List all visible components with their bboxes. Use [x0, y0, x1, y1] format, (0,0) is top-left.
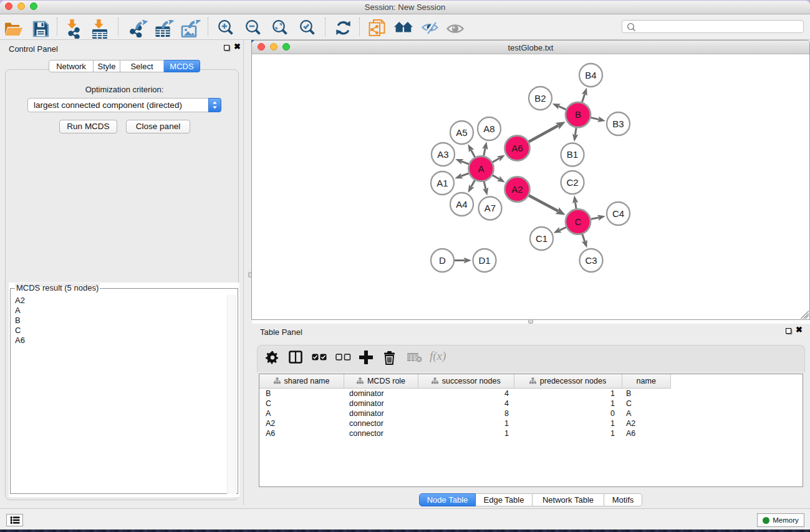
svg-text:A: A: [478, 163, 484, 174]
svg-text:D1: D1: [478, 255, 490, 266]
svg-text:A6: A6: [511, 143, 523, 153]
svg-text:C1: C1: [536, 233, 547, 244]
svg-text:C3: C3: [585, 255, 597, 266]
svg-text:A2: A2: [511, 184, 523, 195]
svg-text:C: C: [575, 216, 582, 227]
svg-text:D: D: [439, 255, 446, 266]
svg-text:C2: C2: [566, 177, 578, 188]
svg-text:A8: A8: [483, 123, 494, 134]
svg-text:B2: B2: [534, 93, 546, 104]
svg-text:B4: B4: [585, 70, 596, 80]
svg-text:A1: A1: [436, 178, 448, 188]
svg-text:A7: A7: [485, 203, 496, 213]
svg-text:A3: A3: [437, 149, 448, 160]
svg-text:B: B: [575, 109, 581, 120]
svg-text:C4: C4: [612, 208, 624, 219]
svg-text:A5: A5: [456, 127, 467, 138]
svg-text:f(x): f(x): [430, 349, 446, 363]
svg-text:B1: B1: [567, 149, 578, 160]
svg-text:B3: B3: [612, 118, 624, 129]
svg-text:A4: A4: [456, 199, 467, 210]
